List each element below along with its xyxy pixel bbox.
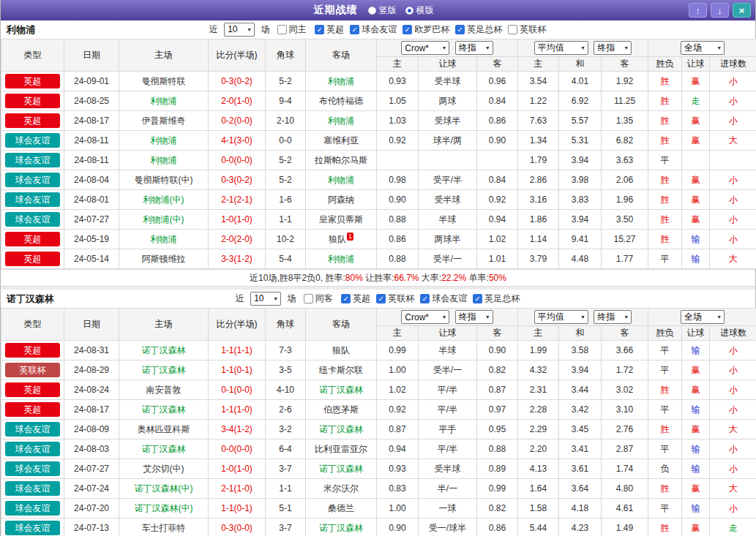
away-team-cell[interactable]: 桑德兰 [306, 499, 377, 518]
score-cell[interactable]: 1-1(1-0) [209, 400, 266, 420]
score-cell[interactable]: 4-1(3-0) [209, 131, 266, 151]
layout-radio-vertical[interactable]: 竖版 [368, 4, 397, 17]
match-count-select[interactable]: 10 ▼ [250, 292, 281, 306]
bookmaker-select[interactable]: Crow*▼ [401, 310, 449, 324]
league-filter-checkbox[interactable]: ✓英足总杯 [473, 290, 520, 308]
score-cell[interactable]: 2-1(2-1) [209, 190, 266, 210]
away-team-cell[interactable]: 米尔沃尔 [306, 479, 377, 499]
home-team-cell[interactable]: 诺丁汉森林(中) [119, 479, 209, 499]
home-team-cell[interactable]: 诺丁汉森林 [119, 361, 209, 380]
away-team-cell[interactable]: 利物浦 [306, 249, 377, 269]
score-cell[interactable]: 0-2(0-0) [209, 111, 266, 131]
away-team-cell[interactable]: 诺丁汉森林 [306, 380, 377, 400]
score-cell[interactable]: 2-0(2-0) [209, 230, 266, 249]
bookmaker-select[interactable]: Crow*▼ [401, 41, 449, 55]
away-team-cell[interactable]: 狼队1 [306, 230, 377, 249]
home-team-cell[interactable]: 诺丁汉森林 [119, 439, 209, 459]
checkbox-icon[interactable]: ✓ [350, 25, 359, 34]
home-team-cell[interactable]: 利物浦(中) [119, 190, 209, 210]
checkbox-icon[interactable] [277, 25, 287, 34]
score-cell[interactable]: 0-3(0-2) [209, 170, 266, 190]
scope-select[interactable]: 全场▼ [681, 41, 725, 55]
league-filter-checkbox[interactable]: ✓球会友谊 [350, 20, 397, 39]
league-filter-checkbox[interactable]: ✓英联杯 [376, 290, 414, 308]
home-team-cell[interactable]: 诺丁汉森林 [119, 400, 209, 420]
home-team-cell[interactable]: 利物浦 [119, 131, 209, 151]
checkbox-icon[interactable]: ✓ [473, 294, 482, 303]
home-team-cell[interactable]: 阿斯顿维拉 [119, 249, 209, 269]
checkbox-icon[interactable] [304, 294, 313, 303]
away-team-cell[interactable]: 狼队 [306, 341, 377, 361]
checkbox-icon[interactable]: ✓ [403, 25, 412, 34]
home-team-cell[interactable]: 诺丁汉森林 [119, 341, 209, 361]
home-team-cell[interactable]: 利物浦(中) [119, 210, 209, 230]
away-team-cell[interactable]: 比利亚雷亚尔 [306, 439, 377, 459]
away-team-cell[interactable]: 利物浦 [306, 111, 377, 131]
score-cell[interactable]: 0-0(0-0) [209, 151, 266, 170]
score-cell[interactable]: 3-3(1-2) [209, 249, 266, 269]
score-cell[interactable]: 3-4(1-2) [209, 420, 266, 439]
home-team-cell[interactable]: 利物浦 [119, 91, 209, 111]
away-team-cell[interactable]: 诺丁汉森林 [306, 518, 377, 536]
filter-same-home-checkbox[interactable]: 同主 [277, 20, 307, 39]
checkbox-icon[interactable]: ✓ [341, 294, 351, 303]
away-team-cell[interactable]: 布伦特福德 [306, 91, 377, 111]
away-team-cell[interactable]: 纽卡斯尔联 [306, 361, 377, 380]
home-team-cell[interactable]: 诺丁汉森林(中) [119, 499, 209, 518]
final-index-select[interactable]: 终指▼ [455, 41, 493, 55]
final-index-select[interactable]: 终指▼ [455, 310, 493, 324]
league-filter-checkbox[interactable]: ✓英超 [341, 290, 370, 308]
score-cell[interactable]: 2-0(1-0) [209, 91, 266, 111]
away-team-cell[interactable]: 塞维利亚 [306, 131, 377, 151]
home-team-cell[interactable]: 车士打菲特 [119, 518, 209, 536]
average-select[interactable]: 平均值▼ [534, 310, 588, 324]
radio-selected-icon[interactable] [405, 7, 413, 15]
away-team-cell[interactable]: 拉斯帕尔马斯 [306, 151, 377, 170]
checkbox-icon[interactable] [508, 25, 517, 34]
final-index-select[interactable]: 终指▼ [594, 41, 632, 55]
league-filter-checkbox[interactable]: ✓球会友谊 [420, 290, 467, 308]
score-cell[interactable]: 0-3(0-2) [209, 72, 266, 91]
checkbox-icon[interactable]: ✓ [420, 294, 430, 303]
checkbox-icon[interactable]: ✓ [315, 25, 324, 34]
filter-same-away-checkbox[interactable]: 同客 [304, 290, 333, 308]
radio-unselected-icon[interactable] [368, 7, 376, 15]
score-cell[interactable]: 2-1(1-0) [209, 479, 266, 499]
score-cell[interactable]: 1-1(1-1) [209, 341, 266, 361]
close-button[interactable]: × [733, 3, 751, 18]
away-team-cell[interactable]: 利物浦 [306, 72, 377, 91]
away-team-cell[interactable]: 诺丁汉森林 [306, 420, 377, 439]
away-team-cell[interactable]: 阿森纳 [306, 190, 377, 210]
score-cell[interactable]: 0-3(0-0) [209, 518, 266, 536]
average-select[interactable]: 平均值▼ [534, 41, 588, 55]
score-cell[interactable]: 1-1(0-1) [209, 361, 266, 380]
away-team-cell[interactable]: 伯恩茅斯 [306, 400, 377, 420]
score-cell[interactable]: 0-0(0-0) [209, 439, 266, 459]
away-team-cell[interactable]: 利物浦 [306, 170, 377, 190]
score-cell[interactable]: 1-0(1-0) [209, 459, 266, 479]
layout-radio-horizontal[interactable]: 横版 [405, 4, 434, 17]
league-filter-checkbox[interactable]: 英联杯 [508, 20, 546, 39]
home-team-cell[interactable]: 奥林匹亚科斯 [119, 420, 209, 439]
score-cell[interactable]: 1-0(1-0) [209, 210, 266, 230]
away-team-cell[interactable]: 诺丁汉森林 [306, 459, 377, 479]
checkbox-icon[interactable]: ✓ [455, 25, 465, 34]
home-team-cell[interactable]: 利物浦 [119, 230, 209, 249]
score-cell[interactable]: 0-1(0-0) [209, 380, 266, 400]
checkbox-icon[interactable]: ✓ [376, 294, 386, 303]
home-team-cell[interactable]: 曼彻斯特联(中) [119, 170, 209, 190]
league-filter-checkbox[interactable]: ✓英超 [315, 20, 344, 39]
home-team-cell[interactable]: 曼彻斯特联 [119, 72, 209, 91]
home-team-cell[interactable]: 艾尔切(中) [119, 459, 209, 479]
match-count-select[interactable]: 10 ▼ [224, 23, 255, 37]
away-team-cell[interactable]: 皇家贝蒂斯 [306, 210, 377, 230]
scope-select[interactable]: 全场▼ [681, 310, 725, 324]
scroll-up-button[interactable]: ↑ [689, 3, 707, 18]
final-index-select[interactable]: 终指▼ [594, 310, 632, 324]
league-filter-checkbox[interactable]: ✓英足总杯 [455, 20, 502, 39]
league-filter-checkbox[interactable]: ✓欧罗巴杯 [403, 20, 449, 39]
scroll-down-button[interactable]: ↓ [711, 3, 729, 18]
home-team-cell[interactable]: 伊普斯维奇 [119, 111, 209, 131]
home-team-cell[interactable]: 南安普敦 [119, 380, 209, 400]
home-team-cell[interactable]: 利物浦 [119, 151, 209, 170]
